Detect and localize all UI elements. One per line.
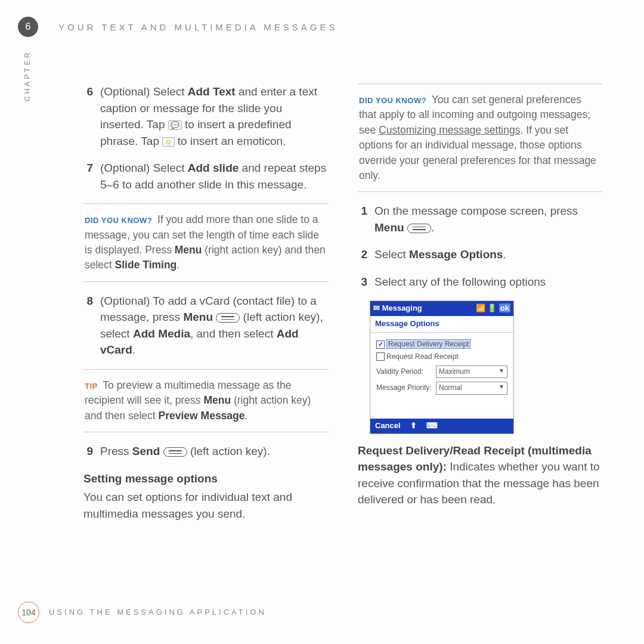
step-text: (Optional) Select Add Text and enter a t…: [100, 83, 328, 149]
running-header: YOUR TEXT AND MULTIMEDIA MESSAGES: [58, 21, 338, 34]
dyk-label: DID YOU KNOW?: [85, 216, 152, 225]
chevron-down-icon: ▼: [499, 383, 504, 393]
up-icon: ⬆: [410, 420, 417, 432]
chevron-down-icon: ▼: [499, 367, 504, 377]
field-message-priority: Message Priority: Normal▼: [376, 382, 507, 394]
phone-subheader: Message Options: [370, 316, 513, 333]
dropdown-priority[interactable]: Normal▼: [436, 382, 507, 394]
right-column: DID YOU KNOW? You can set general prefer…: [358, 83, 602, 522]
step-number: 7: [83, 160, 93, 193]
step-8: 8 (Optional) To add a vCard (contact fil…: [83, 293, 328, 358]
keyboard-icon[interactable]: ⌨: [426, 420, 438, 432]
step-text: Press Send (left action key).: [100, 443, 328, 460]
link-customizing-settings[interactable]: Customizing message settings: [379, 124, 520, 136]
emoticon-icon: ☺: [162, 137, 174, 147]
did-you-know-box: DID YOU KNOW? If you add more than one s…: [83, 203, 328, 282]
step-6: 6 (Optional) Select Add Text and enter a…: [83, 83, 328, 149]
step-number: 6: [83, 83, 93, 149]
footer: 104 USING THE MESSAGING APPLICATION: [18, 602, 267, 623]
step-number: 8: [83, 293, 93, 358]
cancel-softkey[interactable]: Cancel: [375, 420, 401, 432]
send-icon: [163, 447, 187, 457]
footer-title: USING THE MESSAGING APPLICATION: [49, 607, 267, 618]
tip-label: TIP: [85, 382, 98, 391]
step-text: (Optional) To add a vCard (contact file)…: [100, 293, 328, 358]
field-label: Validity Period:: [376, 367, 436, 377]
phone-softkey-bar: Cancel ⬆ ⌨: [370, 419, 513, 434]
menu-icon: [216, 313, 240, 323]
chapter-badge: 6: [18, 17, 38, 37]
field-validity-period: Validity Period: Maximum▼: [376, 366, 507, 378]
dyk-label: DID YOU KNOW?: [359, 96, 426, 105]
step-text: Select Message Options.: [374, 246, 602, 263]
page-number: 104: [18, 602, 39, 623]
section-heading: Setting message options: [83, 470, 328, 487]
phone-body: Request Delivery Receipt Request Read Re…: [370, 333, 513, 419]
step-text: (Optional) Select Add slide and repeat s…: [100, 160, 328, 193]
step-7: 7 (Optional) Select Add slide and repeat…: [83, 160, 328, 193]
step-number: 2: [358, 246, 367, 263]
chapter-side-label: CHAPTER: [23, 51, 33, 101]
step-1: 1 On the message compose screen, press M…: [358, 203, 602, 236]
did-you-know-box: DID YOU KNOW? You can set general prefer…: [358, 83, 602, 192]
step-text: Select any of the following options: [374, 274, 602, 290]
step-2: 2 Select Message Options.: [358, 246, 602, 263]
checkbox-delivery-receipt[interactable]: Request Delivery Receipt: [376, 339, 507, 349]
menu-icon: [407, 224, 431, 233]
field-label: Message Priority:: [376, 383, 436, 393]
checkbox-icon[interactable]: [376, 352, 385, 361]
step-number: 1: [358, 203, 367, 236]
checkbox-icon[interactable]: [376, 340, 385, 349]
phone-titlebar: ✉ Messaging 📶 🔋 ok: [370, 301, 513, 316]
dropdown-validity[interactable]: Maximum▼: [436, 366, 507, 378]
step-3: 3 Select any of the following options: [358, 274, 602, 290]
option-description: Request Delivery/Read Receipt (multimedi…: [358, 442, 602, 508]
step-number: 3: [358, 274, 367, 290]
checkbox-read-receipt[interactable]: Request Read Receipt: [376, 352, 507, 362]
quick-text-icon: 💬: [168, 120, 182, 130]
step-number: 9: [83, 443, 93, 460]
titlebar-status: 📶 🔋 ok: [476, 303, 510, 314]
app-icon: ✉: [373, 304, 380, 312]
left-column: 6 (Optional) Select Add Text and enter a…: [83, 83, 328, 522]
tip-box: TIP To preview a multimedia message as t…: [83, 369, 328, 432]
step-9: 9 Press Send (left action key).: [83, 443, 328, 460]
phone-screenshot: ✉ Messaging 📶 🔋 ok Message Options Reque…: [370, 301, 514, 434]
step-text: On the message compose screen, press Men…: [374, 203, 602, 236]
section-intro: You can set options for individual text …: [83, 489, 328, 522]
